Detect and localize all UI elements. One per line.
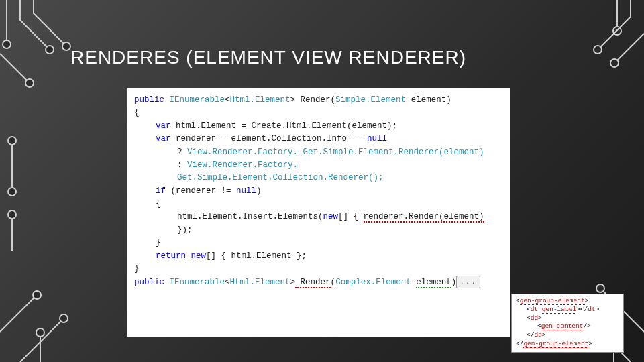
code-block-main: public IEnumerable<Html.Element> Render(…	[127, 88, 510, 337]
circuit-decoration	[0, 134, 40, 255]
circuit-decoration	[0, 282, 94, 362]
svg-point-6	[8, 210, 16, 219]
circuit-decoration	[564, 0, 644, 101]
code-line: {	[134, 107, 503, 119]
collapse-toggle[interactable]: ...	[456, 276, 480, 288]
slide-title: RENDERES (ELEMENT VIEW RENDERER)	[70, 47, 466, 68]
snippet-line: <dd>	[516, 314, 619, 323]
code-snippet-xml: <gen-group-element> <dt gen-label></dt> …	[511, 294, 624, 353]
code-line: : View.Renderer.Factory. Get.Simple.Elem…	[134, 159, 503, 185]
code-line: return new[] { html.Element };	[134, 250, 503, 263]
svg-point-5	[8, 188, 16, 196]
code-line: }	[134, 263, 503, 276]
code-line: if (renderer != null)	[134, 185, 503, 198]
code-line: html.Element.Insert.Elements(new[] { ren…	[134, 210, 503, 237]
code-line: var html.Element = Create.Html.Element(e…	[134, 120, 503, 133]
svg-point-11	[594, 46, 602, 54]
snippet-line: <dt gen-label></dt>	[516, 306, 619, 314]
circuit-decoration	[0, 0, 80, 121]
svg-point-8	[60, 314, 68, 322]
snippet-line: <gen-content/>	[516, 322, 619, 331]
svg-point-4	[8, 137, 16, 145]
snippet-line: </gen-group-element>	[516, 340, 619, 349]
svg-point-1	[46, 46, 54, 54]
svg-point-9	[36, 328, 44, 337]
code-line: var renderer = element.Collection.Info =…	[134, 133, 503, 145]
snippet-line: <gen-group-element>	[516, 297, 619, 306]
svg-point-10	[613, 27, 621, 35]
svg-point-13	[596, 284, 604, 292]
svg-point-2	[62, 42, 70, 50]
svg-point-12	[610, 59, 619, 67]
svg-point-0	[3, 40, 11, 48]
snippet-line: </dd>	[516, 331, 619, 340]
code-line: {	[134, 198, 503, 210]
svg-point-3	[25, 79, 34, 87]
code-line: public IEnumerable<Html.Element> Render(…	[134, 276, 503, 289]
code-line: }	[134, 237, 503, 249]
svg-point-7	[33, 291, 41, 299]
code-line: public IEnumerable<Html.Element> Render(…	[134, 94, 503, 107]
code-line: ? View.Renderer.Factory. Get.Simple.Elem…	[134, 146, 503, 159]
